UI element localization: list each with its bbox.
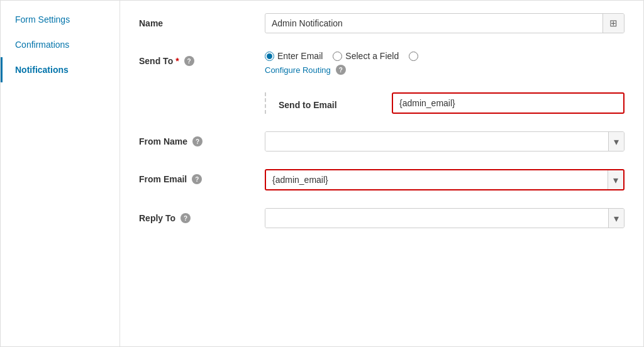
reply-to-dropdown-icon[interactable]: ▾ <box>608 209 624 228</box>
configure-routing-link[interactable]: Configure Routing ? <box>265 65 625 75</box>
sidebar-item-confirmations[interactable]: Confirmations <box>1 32 119 57</box>
send-to-email-input[interactable] <box>393 94 623 113</box>
radio-configure-routing-input[interactable] <box>409 52 418 61</box>
from-name-input-container: ▾ <box>265 131 625 151</box>
name-input[interactable] <box>265 14 602 33</box>
name-label: Name <box>139 13 265 28</box>
from-name-label: From Name ? <box>139 131 265 146</box>
from-email-dropdown-icon[interactable]: ▾ <box>608 170 623 189</box>
radio-enter-email-label: Enter Email <box>277 51 323 61</box>
sidebar-item-notifications[interactable]: Notifications <box>1 57 119 82</box>
main-content: Name ⊞ Send To * ? Enter Email <box>120 1 643 346</box>
reply-to-help-icon[interactable]: ? <box>180 213 191 223</box>
radio-select-field-input[interactable] <box>333 52 342 61</box>
send-to-email-row: Send to Email <box>279 92 625 114</box>
from-name-row: From Name ? ▾ <box>139 131 625 151</box>
send-to-email-inner: Send to Email <box>265 92 625 114</box>
from-email-input[interactable] <box>266 170 608 189</box>
from-name-dropdown-icon[interactable]: ▾ <box>608 132 624 151</box>
radio-select-field[interactable]: Select a Field <box>333 51 399 61</box>
configure-routing-help-icon[interactable]: ? <box>336 65 346 75</box>
from-email-label: From Email ? <box>139 169 265 184</box>
radio-select-field-label: Select a Field <box>345 51 399 61</box>
radio-configure-routing[interactable] <box>409 52 418 61</box>
from-email-input-container: ▾ <box>266 170 623 189</box>
name-row: Name ⊞ <box>139 13 625 33</box>
name-input-container: ⊞ <box>265 13 625 33</box>
reply-to-label: Reply To ? <box>139 208 265 223</box>
from-name-input[interactable] <box>265 132 608 151</box>
send-to-help-icon[interactable]: ? <box>184 56 194 66</box>
sidebar: Form Settings Confirmations Notification… <box>1 1 120 346</box>
send-to-email-highlight <box>392 92 625 114</box>
from-email-highlight: ▾ <box>265 169 625 190</box>
send-to-email-label: Send to Email <box>279 96 392 110</box>
reply-to-row: Reply To ? ▾ <box>139 208 625 228</box>
send-to-email-spacer <box>139 92 265 97</box>
send-to-email-field-wrap <box>392 92 625 114</box>
send-to-label: Send To * ? <box>139 51 265 66</box>
from-email-row: From Email ? ▾ <box>139 169 625 190</box>
radio-enter-email-input[interactable] <box>265 52 274 61</box>
radio-enter-email[interactable]: Enter Email <box>265 51 323 61</box>
reply-to-input-container: ▾ <box>265 208 625 228</box>
from-email-help-icon[interactable]: ? <box>192 174 202 184</box>
reply-to-input[interactable] <box>265 209 608 228</box>
send-to-email-section: Send to Email <box>139 92 625 114</box>
from-name-field-wrap: ▾ <box>265 131 625 151</box>
send-to-radio-group: Enter Email Select a Field <box>265 51 625 61</box>
send-to-required: * <box>175 56 179 66</box>
send-to-options-wrap: Enter Email Select a Field Configure Rou… <box>265 51 625 75</box>
from-email-field-wrap: ▾ <box>265 169 625 190</box>
from-name-help-icon[interactable]: ? <box>192 136 203 146</box>
name-grid-icon[interactable]: ⊞ <box>602 14 624 33</box>
send-to-row: Send To * ? Enter Email Select a Field <box>139 51 625 75</box>
sidebar-item-form-settings[interactable]: Form Settings <box>1 7 119 32</box>
reply-to-field-wrap: ▾ <box>265 208 625 228</box>
name-field-wrap: ⊞ <box>265 13 625 33</box>
